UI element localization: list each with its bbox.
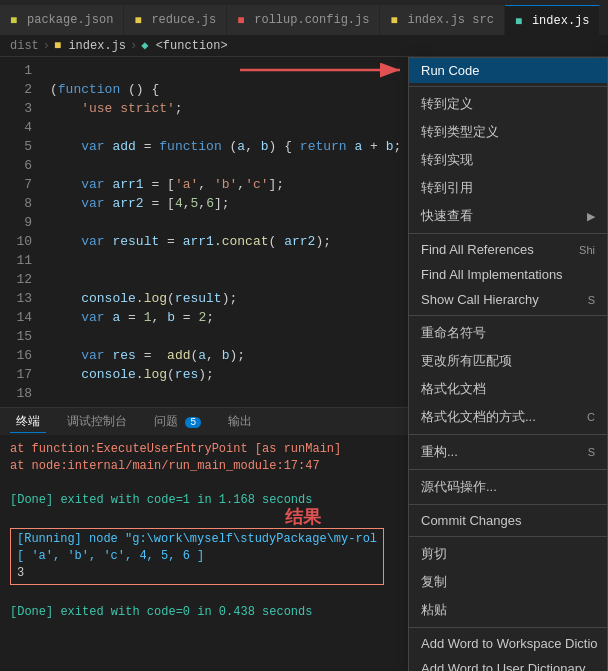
menu-item-label: Show Call Hierarchy [421, 292, 539, 307]
menu-item-label: 格式化文档的方式... [421, 408, 536, 426]
menu-shortcut-format: C [587, 411, 595, 423]
breadcrumb: dist › ■ index.js › ◆ <function> [0, 35, 608, 57]
context-menu: Run Code 转到定义 转到类型定义 转到实现 转到引用 快速查看 ▶ Fi… [408, 57, 608, 671]
menu-item-label: Find All Implementations [421, 267, 563, 282]
menu-item-label: 快速查看 [421, 207, 473, 225]
line-numbers: 1 2 3 4 5 6 7 8 9 10 11 12 13 14 15 16 1… [0, 57, 40, 407]
menu-item-label: 复制 [421, 573, 447, 591]
terminal-tab-term[interactable]: 终端 [10, 411, 46, 433]
breadcrumb-function: ◆ <function> [141, 38, 227, 53]
tab-rollup-config[interactable]: ■ rollup.config.js [227, 5, 380, 35]
menu-item-format-doc[interactable]: 格式化文档 [409, 375, 607, 403]
breadcrumb-sep1: › [43, 39, 50, 53]
menu-item-label: Run Code [421, 63, 480, 78]
terminal-line-6: [Running] node "g:\work\myself\studyPack… [17, 531, 377, 548]
menu-item-paste[interactable]: 粘贴 [409, 596, 607, 624]
menu-item-label: 转到类型定义 [421, 123, 499, 141]
menu-separator-2 [409, 233, 607, 234]
terminal-tab-debug[interactable]: 调试控制台 [61, 411, 133, 432]
menu-item-label: 剪切 [421, 545, 447, 563]
tab-label: rollup.config.js [254, 13, 369, 27]
menu-item-label: 源代码操作... [421, 478, 497, 496]
menu-item-label: 格式化文档 [421, 380, 486, 398]
menu-separator-7 [409, 536, 607, 537]
tab-reduce-js[interactable]: ■ reduce.js [124, 5, 227, 35]
menu-item-cut[interactable]: 剪切 [409, 540, 607, 568]
menu-item-goto-impl[interactable]: 转到实现 [409, 146, 607, 174]
menu-separator-8 [409, 627, 607, 628]
tab-label: package.json [27, 13, 113, 27]
submenu-arrow-icon: ▶ [587, 210, 595, 223]
menu-item-source-action[interactable]: 源代码操作... [409, 473, 607, 501]
menu-item-find-all-impl[interactable]: Find All Implementations [409, 262, 607, 287]
config-icon: ■ [237, 14, 249, 26]
js-icon-active: ■ [515, 15, 527, 27]
tab-index-src[interactable]: ■ index.js src [380, 5, 504, 35]
terminal-result-box: [Running] node "g:\work\myself\studyPack… [10, 528, 384, 585]
breadcrumb-file: ■ index.js [54, 39, 126, 53]
problem-badge: 5 [185, 417, 201, 428]
menu-item-goto-ref[interactable]: 转到引用 [409, 174, 607, 202]
terminal-line-8: 3 [17, 565, 377, 582]
menu-separator-4 [409, 434, 607, 435]
js-icon: ■ [134, 14, 146, 26]
menu-item-run-code[interactable]: Run Code [409, 58, 607, 83]
menu-item-label: Add Word to Workspace Dictio [421, 636, 598, 651]
menu-shortcut-refactor: S [588, 446, 595, 458]
terminal-tab-problems[interactable]: 问题 5 [148, 411, 207, 432]
tab-label: reduce.js [151, 13, 216, 27]
menu-shortcut-refs: Shi [579, 244, 595, 256]
menu-separator-3 [409, 315, 607, 316]
menu-item-call-hierarchy[interactable]: Show Call Hierarchy S [409, 287, 607, 312]
menu-separator-5 [409, 469, 607, 470]
menu-item-label: 粘贴 [421, 601, 447, 619]
tab-label: index.js src [407, 13, 493, 27]
menu-shortcut-hierarchy: S [588, 294, 595, 306]
menu-item-rename[interactable]: 重命名符号 [409, 319, 607, 347]
menu-item-label: Add Word to User Dictionary [421, 661, 586, 671]
menu-item-quick-look[interactable]: 快速查看 ▶ [409, 202, 607, 230]
menu-separator-1 [409, 86, 607, 87]
menu-item-label: Commit Changes [421, 513, 521, 528]
menu-item-label: 更改所有匹配项 [421, 352, 512, 370]
menu-item-label: 转到实现 [421, 151, 473, 169]
menu-item-copy[interactable]: 复制 [409, 568, 607, 596]
terminal-line-7: [ 'a', 'b', 'c', 4, 5, 6 ] [17, 548, 377, 565]
menu-item-refactor[interactable]: 重构... S [409, 438, 607, 466]
breadcrumb-sep2: › [130, 39, 137, 53]
menu-item-label: 重构... [421, 443, 458, 461]
json-icon: ■ [10, 14, 22, 26]
menu-item-goto-def[interactable]: 转到定义 [409, 90, 607, 118]
menu-item-label: 重命名符号 [421, 324, 486, 342]
menu-item-label: Find All References [421, 242, 534, 257]
tab-label: index.js [532, 14, 590, 28]
menu-separator-6 [409, 504, 607, 505]
js-icon-src: ■ [390, 14, 402, 26]
menu-item-add-workspace-dict[interactable]: Add Word to Workspace Dictio [409, 631, 607, 656]
tab-bar: ■ package.json ■ reduce.js ■ rollup.conf… [0, 0, 608, 35]
menu-item-goto-type[interactable]: 转到类型定义 [409, 118, 607, 146]
menu-item-find-all-refs[interactable]: Find All References Shi [409, 237, 607, 262]
menu-item-add-user-dict[interactable]: Add Word to User Dictionary [409, 656, 607, 671]
menu-item-label: 转到定义 [421, 95, 473, 113]
tab-index-active[interactable]: ■ index.js [505, 5, 601, 35]
menu-item-label: 转到引用 [421, 179, 473, 197]
menu-item-format-with[interactable]: 格式化文档的方式... C [409, 403, 607, 431]
terminal-tab-output[interactable]: 输出 [222, 411, 258, 432]
menu-item-change-all[interactable]: 更改所有匹配项 [409, 347, 607, 375]
menu-item-commit[interactable]: Commit Changes [409, 508, 607, 533]
breadcrumb-dist: dist [10, 39, 39, 53]
tab-package-json[interactable]: ■ package.json [0, 5, 124, 35]
